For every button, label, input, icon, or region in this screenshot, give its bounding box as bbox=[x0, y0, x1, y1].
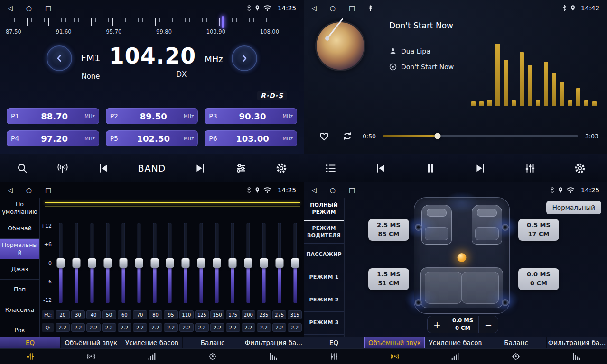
eq-preset-item[interactable]: Поп bbox=[0, 280, 39, 300]
tab-surround-sound[interactable]: Объёмный звук bbox=[61, 337, 121, 348]
next-track-button[interactable] bbox=[472, 160, 488, 176]
slider-handle[interactable] bbox=[72, 258, 80, 268]
bass-boost-icon[interactable] bbox=[425, 349, 486, 364]
next-station-button[interactable] bbox=[192, 160, 208, 176]
eq-faders-icon[interactable] bbox=[304, 349, 364, 364]
eq-band-slider[interactable] bbox=[87, 223, 97, 303]
preset-p5[interactable]: P5102.50MHz bbox=[106, 130, 198, 146]
eq-preset-item[interactable]: Классика bbox=[0, 300, 39, 320]
delay-front-left[interactable]: 2.5 MS 85 CM bbox=[368, 219, 409, 241]
profile-button[interactable]: Нормальный bbox=[546, 201, 601, 214]
eq-band-slider[interactable] bbox=[212, 223, 222, 303]
tab-filter[interactable]: Фильтрация ба... bbox=[547, 337, 607, 348]
recents-icon[interactable]: □ bbox=[349, 187, 355, 193]
recents-icon[interactable]: □ bbox=[45, 5, 51, 11]
slider-handle[interactable] bbox=[103, 258, 112, 268]
tab-filter[interactable]: Фильтрация ба... bbox=[243, 337, 304, 348]
slider-handle[interactable] bbox=[291, 258, 299, 268]
eq-band-slider[interactable] bbox=[134, 223, 144, 303]
delay-rear-left[interactable]: 1.5 MS 51 CM bbox=[368, 268, 409, 290]
bass-boost-icon[interactable] bbox=[121, 349, 182, 364]
eq-band-slider[interactable] bbox=[290, 223, 300, 303]
preset-p1[interactable]: P188.70MHz bbox=[7, 108, 99, 124]
eq-preset-item[interactable]: По умолчанию bbox=[0, 198, 39, 218]
tab-bass-boost[interactable]: Усиление басов bbox=[425, 337, 486, 348]
balance-icon[interactable] bbox=[486, 349, 546, 364]
slider-handle[interactable] bbox=[260, 258, 268, 268]
slider-handle[interactable] bbox=[229, 258, 237, 268]
delay-rear-right[interactable]: 0.0 MS 0 CM bbox=[518, 268, 559, 290]
slider-handle[interactable] bbox=[197, 258, 205, 268]
filter-icon[interactable] bbox=[243, 349, 304, 364]
pause-button[interactable] bbox=[422, 160, 439, 176]
eq-band-slider[interactable] bbox=[165, 223, 175, 303]
preset-p4[interactable]: P497.20MHz bbox=[7, 130, 99, 146]
balance-icon[interactable] bbox=[182, 349, 243, 364]
seek-bar[interactable] bbox=[383, 135, 578, 137]
eq-faders-icon[interactable] bbox=[0, 349, 61, 364]
eq-band-slider[interactable] bbox=[243, 223, 253, 303]
slider-handle[interactable] bbox=[150, 258, 159, 268]
tune-up-button[interactable] bbox=[232, 46, 257, 71]
album-art[interactable] bbox=[315, 21, 365, 71]
preset-p2[interactable]: P289.50MHz bbox=[106, 108, 198, 124]
frequency-indicator[interactable] bbox=[222, 16, 224, 28]
eq-band-slider[interactable] bbox=[119, 223, 128, 303]
settings-button[interactable] bbox=[273, 160, 289, 176]
sound-mode-item[interactable]: ПАССАЖИР bbox=[304, 244, 344, 266]
eq-preset-item[interactable]: Обычай bbox=[0, 218, 39, 239]
eq-band-slider[interactable] bbox=[103, 223, 112, 303]
auto-scan-button[interactable] bbox=[55, 160, 71, 176]
slider-handle[interactable] bbox=[135, 258, 143, 268]
increase-button[interactable]: + bbox=[428, 316, 447, 333]
eq-band-slider[interactable] bbox=[72, 223, 81, 303]
repeat-button[interactable] bbox=[339, 128, 355, 144]
eq-band-slider[interactable] bbox=[150, 223, 159, 303]
filter-icon[interactable] bbox=[546, 349, 607, 364]
audio-settings-button[interactable] bbox=[522, 160, 538, 176]
tab-eq[interactable]: EQ bbox=[304, 337, 364, 348]
home-icon[interactable]: ○ bbox=[330, 187, 336, 193]
frequency-ruler[interactable]: 87.50 91.60 95.70 99.80 103.90 108.00 bbox=[5, 16, 299, 40]
previous-station-button[interactable] bbox=[95, 160, 112, 176]
slider-handle[interactable] bbox=[275, 258, 283, 268]
tune-down-button[interactable] bbox=[47, 46, 72, 71]
slider-handle[interactable] bbox=[244, 258, 252, 268]
slider-handle[interactable] bbox=[57, 258, 65, 268]
eq-preset-item[interactable]: Нормальный bbox=[0, 239, 39, 259]
slider-handle[interactable] bbox=[213, 258, 221, 268]
home-icon[interactable]: ○ bbox=[330, 5, 336, 11]
sound-mode-item[interactable]: РЕЖИМ ВОДИТЕЛЯ bbox=[304, 221, 344, 244]
tab-balance[interactable]: Баланс bbox=[486, 337, 547, 348]
slider-handle[interactable] bbox=[182, 258, 190, 268]
back-icon[interactable]: ◁ bbox=[311, 187, 317, 193]
playlist-button[interactable] bbox=[323, 160, 339, 176]
favorite-button[interactable] bbox=[316, 128, 332, 144]
sound-mode-item[interactable]: РЕЖИМ 3 bbox=[304, 312, 344, 335]
tab-eq[interactable]: EQ bbox=[0, 337, 61, 348]
tab-balance[interactable]: Баланс bbox=[183, 337, 243, 348]
back-icon[interactable]: ◁ bbox=[8, 187, 13, 193]
slider-handle[interactable] bbox=[166, 258, 174, 268]
sound-mode-item[interactable]: ПОЛНЫЙ РЕЖИМ bbox=[304, 198, 344, 221]
band-button[interactable]: BAND bbox=[136, 161, 168, 175]
home-icon[interactable]: ○ bbox=[26, 5, 32, 11]
recents-icon[interactable]: □ bbox=[45, 187, 51, 193]
audio-settings-button[interactable] bbox=[233, 160, 249, 176]
eq-band-slider[interactable] bbox=[259, 223, 269, 303]
delay-front-right[interactable]: 0.5 MS 17 CM bbox=[518, 219, 559, 241]
eq-preset-item[interactable]: Джаз bbox=[0, 259, 39, 280]
surround-icon[interactable] bbox=[364, 349, 425, 364]
recents-icon[interactable]: □ bbox=[349, 5, 355, 11]
preset-p3[interactable]: P390.30MHz bbox=[205, 108, 297, 124]
surround-icon[interactable] bbox=[61, 349, 121, 364]
eq-band-slider[interactable] bbox=[275, 223, 284, 303]
home-icon[interactable]: ○ bbox=[26, 187, 32, 193]
back-icon[interactable]: ◁ bbox=[8, 5, 13, 11]
listening-position-marker[interactable] bbox=[458, 253, 467, 262]
settings-button[interactable] bbox=[572, 160, 588, 176]
eq-band-slider[interactable] bbox=[228, 223, 237, 303]
sound-mode-item[interactable]: РЕЖИМ 2 bbox=[304, 289, 344, 312]
preset-p6[interactable]: P6103.00MHz bbox=[205, 130, 297, 146]
decrease-button[interactable]: − bbox=[479, 316, 498, 333]
